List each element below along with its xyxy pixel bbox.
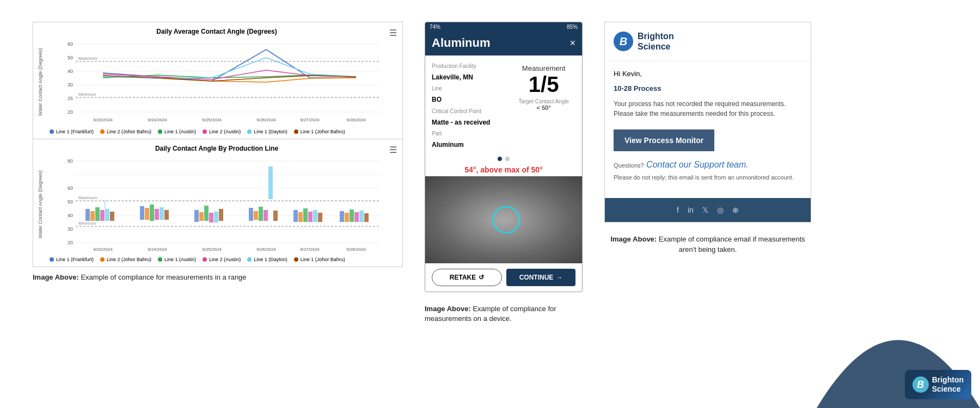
legend-item-2: Line 2 (Johor Bahru) (100, 129, 151, 134)
view-process-monitor-button[interactable]: View Process Monitor (614, 129, 714, 151)
email-process-link[interactable]: 10-28 Process (614, 84, 802, 92)
chart-caption-text: Example of compliance for measurements i… (79, 273, 247, 281)
legend-item-1: Line 1 (Frankfurt) (50, 129, 94, 134)
email-body: Hi Kevin, 10-28 Process Your process has… (605, 61, 811, 189)
instagram-icon[interactable]: ◎ (717, 206, 724, 214)
legend-label-5: Line 1 (Dayton) (254, 129, 287, 134)
bottom-logo-line1: Brighton (932, 375, 964, 385)
retake-icon: ↺ (479, 274, 484, 281)
svg-text:9/24/2024: 9/24/2024 (148, 118, 167, 122)
legend-label-4: Line 2 (Austin) (209, 129, 241, 134)
mobile-panel-caption: Image Above: Example of compliance for m… (425, 304, 583, 324)
svg-text:9/23/2024: 9/23/2024 (93, 118, 113, 122)
chart1-y-label: Water Contact Angle (Degrees) (38, 39, 47, 126)
svg-text:30: 30 (68, 82, 73, 88)
email-greeting: Hi Kevin, (614, 70, 802, 78)
ccp-value: Matte - as received (432, 117, 501, 129)
brighton-name: Brighton Science (638, 31, 674, 52)
legend-label-2: Line 2 (Johor Bahru) (107, 129, 151, 134)
part-label: Part (432, 131, 442, 137)
chart2-legend-label-5: Line 1 (Dayton) (254, 257, 287, 262)
svg-rect-39 (85, 209, 90, 221)
svg-text:9/27/2024: 9/27/2024 (300, 247, 320, 252)
email-frame: B Brighton Science Hi Kevin, 10-28 Proce… (604, 22, 811, 222)
chart2-title: Daily Contact Angle By Production Line (38, 145, 396, 152)
chart2-legend-dot-3 (158, 257, 162, 262)
measurement-label: Measurement (518, 64, 569, 72)
svg-text:Minimum: Minimum (78, 92, 96, 97)
mobile-status-bar: 74% 85% (425, 22, 582, 32)
chart2-y-label: Water Contact Angle (Degrees) (38, 156, 47, 254)
svg-text:50: 50 (68, 199, 73, 205)
svg-rect-57 (219, 209, 223, 221)
chart1-menu-icon[interactable]: ☰ (389, 28, 397, 38)
svg-rect-75 (364, 213, 369, 222)
measurement-circle-overlay (493, 206, 520, 233)
chart1-title: Daily Average Contact Angle (Degrees) (38, 28, 396, 35)
email-message: Your process has not recorded the requir… (614, 99, 802, 119)
retake-label: RETAKE (450, 274, 476, 281)
svg-rect-56 (214, 212, 218, 222)
svg-rect-44 (110, 212, 114, 221)
svg-rect-71 (345, 213, 349, 222)
chart2-legend-dot-4 (203, 257, 207, 262)
legend-dot-2 (100, 129, 105, 134)
legend-dot-4 (203, 129, 207, 134)
mobile-info-row: Production Facility Lakeville, MN Line B… (425, 55, 582, 153)
mobile-frame: 74% 85% Aluminum × Production Facility L… (425, 22, 583, 292)
svg-text:9/28/2024: 9/28/2024 (346, 247, 366, 252)
chart2-legend-item-3: Line 1 (Austin) (158, 257, 196, 262)
facebook-icon[interactable]: f (677, 206, 679, 214)
legend-dot-6 (294, 129, 298, 134)
mobile-close-button[interactable]: × (569, 38, 575, 49)
svg-text:9/23/2024: 9/23/2024 (93, 247, 113, 252)
chart-panel: Daily Average Contact Angle (Degrees) ☰ … (33, 22, 403, 282)
chart2-legend: Line 1 (Frankfurt) Line 2 (Johor Bahru) … (38, 257, 396, 262)
twitter-x-icon[interactable]: 𝕏 (702, 206, 708, 214)
production-facility-value: Lakeville, MN (432, 72, 501, 84)
mobile-info-left: Production Facility Lakeville, MN Line B… (432, 61, 501, 151)
svg-rect-49 (155, 209, 159, 220)
email-support-link[interactable]: Contact our Support team. (646, 160, 749, 169)
svg-rect-72 (350, 209, 354, 222)
svg-rect-61 (264, 210, 268, 221)
legend-item-5: Line 1 (Dayton) (247, 129, 287, 134)
line-value: BO (432, 94, 501, 106)
chart2-menu-icon[interactable]: ☰ (389, 145, 397, 155)
svg-rect-46 (140, 206, 144, 220)
mobile-measurement-box: Measurement 1/5 Target Contact Angle < 5… (512, 61, 575, 151)
chart2-legend-item-1: Line 1 (Frankfurt) (50, 257, 94, 262)
legend-dot-5 (247, 129, 252, 134)
svg-rect-47 (145, 208, 149, 220)
email-noreply: Please do not reply; this email is sent … (614, 174, 802, 181)
chart2-legend-label-2: Line 2 (Johor Bahru) (107, 257, 151, 262)
svg-text:Minimum: Minimum (78, 221, 96, 226)
mobile-alert-text: 54°, above max of 50° (425, 163, 582, 176)
part-value: Aluminum (432, 139, 501, 151)
svg-text:40: 40 (68, 213, 73, 218)
svg-rect-51 (164, 210, 169, 220)
svg-rect-40 (90, 211, 95, 221)
svg-rect-52 (194, 210, 199, 222)
svg-text:Maximum: Maximum (78, 195, 97, 200)
chart1-legend: Line 1 (Frankfurt) Line 2 (Johor Bahru) … (38, 129, 396, 134)
chart-panel-caption: Image Above: Example of compliance for m… (33, 273, 403, 282)
chart2-content: 80 60 50 40 30 20 Maximum Minimum (50, 156, 396, 254)
svg-text:9/25/2024: 9/25/2024 (202, 118, 222, 122)
chart2-legend-item-4: Line 2 (Austin) (203, 257, 241, 262)
svg-rect-66 (303, 208, 308, 222)
brighton-logo: B Brighton Science (614, 31, 674, 52)
legend-label-6: Line 1 (Johor Bahru) (301, 129, 345, 134)
mobile-panel: 74% 85% Aluminum × Production Facility L… (425, 22, 583, 324)
continue-button[interactable]: CONTINUE → (506, 269, 575, 286)
email-panel: B Brighton Science Hi Kevin, 10-28 Proce… (604, 22, 811, 255)
svg-rect-55 (209, 213, 213, 222)
website-icon[interactable]: ⊕ (732, 206, 739, 214)
svg-text:40: 40 (68, 69, 73, 74)
retake-button[interactable]: RETAKE ↺ (432, 269, 502, 286)
svg-text:20: 20 (68, 240, 73, 245)
svg-rect-63 (273, 211, 278, 221)
mobile-image-area (425, 176, 582, 263)
linkedin-icon[interactable]: in (688, 206, 694, 214)
legend-label-3: Line 1 (Austin) (164, 129, 196, 134)
